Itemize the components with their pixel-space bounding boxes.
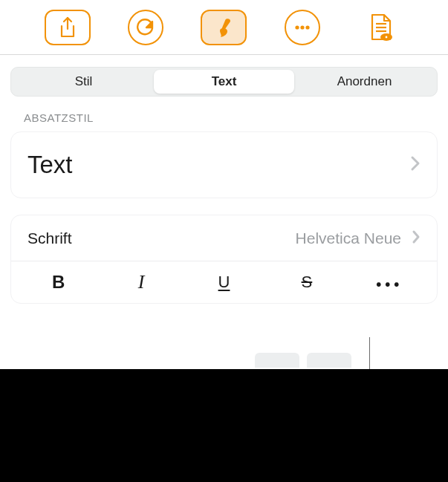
svg-point-1 bbox=[295, 25, 299, 29]
share-button[interactable] bbox=[45, 10, 91, 45]
svg-point-3 bbox=[305, 25, 309, 29]
share-icon bbox=[59, 16, 77, 39]
tab-text[interactable]: Text bbox=[154, 70, 294, 94]
paragraph-style-value: Text bbox=[27, 151, 73, 179]
font-value: Helvetica Neue bbox=[296, 229, 401, 247]
tab-stil[interactable]: Stil bbox=[13, 70, 154, 94]
document-view-button[interactable] bbox=[357, 10, 403, 45]
paragraph-style-row[interactable]: Text bbox=[10, 131, 438, 198]
font-row[interactable]: Schrift Helvetica Neue bbox=[11, 215, 437, 261]
svg-marker-0 bbox=[146, 22, 152, 27]
format-brush-button[interactable] bbox=[201, 10, 247, 45]
document-view-icon bbox=[368, 13, 393, 42]
undo-icon bbox=[136, 18, 155, 37]
bottom-black-area bbox=[0, 369, 448, 482]
paragraph-style-section-title: ABSATZSTIL bbox=[0, 111, 448, 131]
chevron-right-icon bbox=[412, 229, 421, 247]
italic-button[interactable]: I bbox=[100, 271, 182, 293]
strikethrough-button[interactable]: S bbox=[265, 273, 348, 292]
format-tabs-container: Stil Text Anordnen bbox=[0, 55, 448, 111]
font-label: Schrift bbox=[27, 229, 72, 247]
font-card: Schrift Helvetica Neue B I U S ••• bbox=[10, 215, 438, 304]
more-text-options-button[interactable]: ••• bbox=[348, 280, 431, 284]
chevron-right-icon bbox=[410, 155, 421, 175]
more-menu-button[interactable] bbox=[285, 10, 320, 45]
format-segmented-control: Stil Text Anordnen bbox=[10, 67, 438, 97]
more-horizontal-icon bbox=[293, 18, 312, 37]
top-toolbar bbox=[0, 0, 448, 55]
underline-button[interactable]: U bbox=[183, 273, 265, 292]
callout-line bbox=[369, 337, 370, 370]
undo-button[interactable] bbox=[128, 10, 163, 45]
tab-anordnen[interactable]: Anordnen bbox=[294, 70, 435, 94]
svg-point-2 bbox=[300, 25, 304, 29]
cropped-controls bbox=[255, 353, 351, 368]
svg-point-8 bbox=[384, 35, 388, 39]
text-style-bar: B I U S ••• bbox=[11, 261, 437, 303]
brush-icon bbox=[214, 16, 233, 39]
bold-button[interactable]: B bbox=[17, 272, 100, 293]
